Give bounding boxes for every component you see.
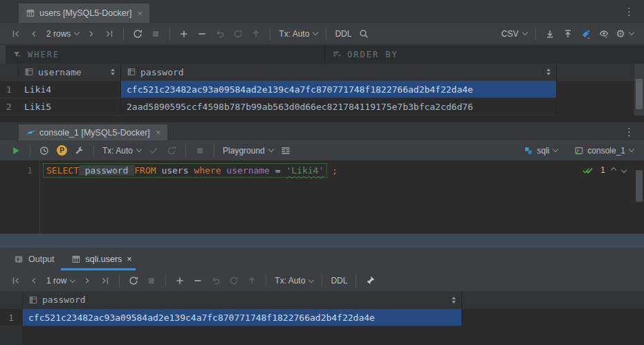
parameters-button[interactable]: P <box>53 144 71 157</box>
commit-button[interactable] <box>225 274 243 288</box>
page-size-dropdown[interactable]: 1 row <box>43 274 78 287</box>
first-page-button[interactable] <box>7 27 25 41</box>
order-by-filter-field[interactable]: ORDER BY <box>325 45 644 64</box>
console-tabbar: console_1 [MySQL5-Docker] × ⋮ <box>0 122 644 140</box>
last-page-button[interactable] <box>100 27 118 41</box>
column-header-username[interactable]: username <box>19 64 121 81</box>
inline-results-button[interactable] <box>277 144 295 158</box>
prev-page-button[interactable] <box>25 274 43 288</box>
last-page-button[interactable] <box>96 274 114 288</box>
vertical-scrollbar[interactable] <box>634 160 644 234</box>
where-filter-field[interactable]: WHERE <box>6 45 324 64</box>
column-header-password[interactable]: password <box>23 291 462 309</box>
stop-button[interactable] <box>147 27 165 41</box>
playground-dropdown[interactable]: Playground <box>219 144 277 157</box>
tab-result[interactable]: sqli.users × <box>63 248 140 270</box>
export-format-dropdown[interactable]: CSV <box>498 28 531 40</box>
tab-console[interactable]: console_1 [MySQL5-Docker] × <box>19 124 167 140</box>
pin-result-button[interactable] <box>577 27 595 41</box>
submit-button[interactable] <box>243 274 261 288</box>
corner-cell[interactable] <box>0 64 19 81</box>
stop-button[interactable] <box>191 144 209 158</box>
cell-password-selected[interactable]: cfc521c23482ac93a09584ad2e139c4a7fc87077… <box>23 309 462 326</box>
reload-button[interactable] <box>125 274 142 288</box>
import-data-button[interactable] <box>559 27 577 41</box>
execute-button[interactable] <box>7 144 25 158</box>
add-row-button[interactable] <box>175 27 193 41</box>
table-row[interactable]: 2 Liki5 2aad5890595ccf4598b787b99ab563d0… <box>0 98 644 115</box>
cell-password[interactable]: 2aad5890595ccf4598b787b99ab563d0d66ec821… <box>121 98 557 115</box>
export-data-button[interactable] <box>541 27 559 41</box>
close-icon[interactable]: × <box>156 127 161 138</box>
delete-row-button[interactable] <box>193 27 211 41</box>
commit-button[interactable] <box>229 27 247 41</box>
sql-editor[interactable]: 1 SELECT password FROM users where usern… <box>0 160 644 234</box>
next-page-button[interactable] <box>82 27 100 41</box>
console-settings-button[interactable] <box>71 144 89 158</box>
tab-output[interactable]: Output <box>6 248 63 270</box>
results-panel-header[interactable] <box>0 234 644 248</box>
page-size-dropdown[interactable]: 2 rows <box>43 28 82 40</box>
stop-button[interactable] <box>142 274 160 288</box>
cell-password-selected[interactable]: cfc521c23482ac93a09584ad2e139c4a7fc87077… <box>121 81 557 98</box>
next-page-button[interactable] <box>78 274 96 288</box>
table-row[interactable]: 1 Liki4 cfc521c23482ac93a09584ad2e139c4a… <box>0 81 644 98</box>
find-button[interactable] <box>355 27 373 41</box>
sort-toggle[interactable] <box>111 68 115 75</box>
console-toolbar: P Tx: Auto Playground sqli console_1 <box>0 140 644 160</box>
add-row-button[interactable] <box>171 274 189 288</box>
column-header-password[interactable]: password <box>121 64 557 81</box>
settings-button[interactable]: ⚙ <box>613 26 637 41</box>
cell-username[interactable]: Liki4 <box>19 81 121 98</box>
refresh-icon <box>128 275 139 286</box>
sql-statement[interactable]: SELECT password FROM users where usernam… <box>43 163 327 178</box>
tx-mode-dropdown[interactable]: Tx: Auto <box>275 28 321 40</box>
close-icon[interactable]: × <box>137 8 142 19</box>
tx-mode-dropdown[interactable]: Tx: Auto <box>271 274 317 287</box>
sql-operator: = <box>275 165 286 176</box>
session-dropdown[interactable]: console_1 <box>571 144 637 157</box>
vertical-scrollbar[interactable] <box>634 64 644 115</box>
view-options-button[interactable] <box>595 27 613 41</box>
ddl-button[interactable]: DDL <box>331 28 355 40</box>
chevron-up-icon[interactable] <box>611 167 616 173</box>
close-icon[interactable]: × <box>127 254 131 264</box>
result-toolbar: 1 row Tx: Auto DDL <box>0 270 644 291</box>
history-button[interactable] <box>35 144 53 158</box>
separator <box>356 274 356 287</box>
tab-users-grid[interactable]: users [MySQL5-Docker] × <box>19 3 149 23</box>
reload-button[interactable] <box>129 27 147 41</box>
sort-toggle[interactable] <box>546 68 551 75</box>
tx-mode-label: Tx: Auto <box>275 276 305 286</box>
rollback-button[interactable] <box>163 144 181 158</box>
play-icon <box>10 145 21 156</box>
submit-button[interactable] <box>247 27 265 41</box>
kebab-menu-icon[interactable]: ⋮ <box>620 5 638 18</box>
chevron-right-icon <box>86 28 97 39</box>
cell-username[interactable]: Liki5 <box>19 98 121 115</box>
corner-cell[interactable] <box>0 291 23 309</box>
chevron-down-icon[interactable] <box>621 167 627 173</box>
tab-output-label: Output <box>28 254 55 264</box>
revert-button[interactable] <box>207 274 225 288</box>
table-row[interactable]: 1 cfc521c23482ac93a09584ad2e139c4a7fc870… <box>0 309 644 326</box>
commit-button[interactable] <box>145 144 163 158</box>
kebab-menu-icon[interactable]: ⋮ <box>620 125 638 138</box>
pin-tab-button[interactable] <box>361 274 379 288</box>
schema-dropdown[interactable]: sqli <box>520 144 561 157</box>
sort-toggle[interactable] <box>452 297 456 304</box>
scrollbar-thumb[interactable] <box>636 170 643 202</box>
sort-desc-icon <box>111 73 115 75</box>
delete-row-button[interactable] <box>189 274 207 288</box>
chevron-down-icon <box>629 30 634 35</box>
scrollbar-thumb[interactable] <box>636 79 643 109</box>
blue-pin-icon <box>580 28 591 39</box>
tx-mode-dropdown[interactable]: Tx: Auto <box>99 144 145 157</box>
column-label: username <box>38 67 82 77</box>
clock-icon <box>39 145 50 156</box>
prev-page-button[interactable] <box>25 27 43 41</box>
sql-field: username <box>221 165 275 176</box>
first-page-button[interactable] <box>7 274 25 288</box>
ddl-button[interactable]: DDL <box>327 274 351 287</box>
revert-button[interactable] <box>211 27 229 41</box>
